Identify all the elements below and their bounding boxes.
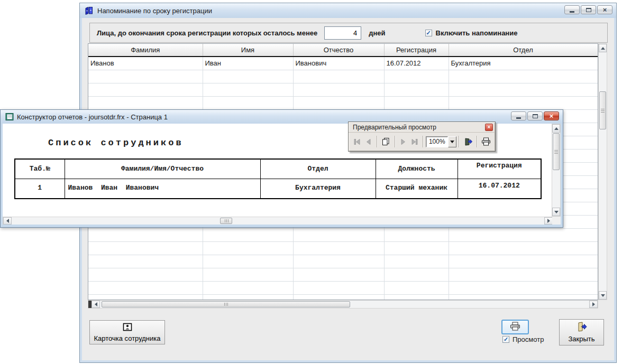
cell-department[interactable]: Бухгалтерия bbox=[449, 57, 598, 70]
empty-row bbox=[88, 281, 598, 294]
toolbar-separator bbox=[459, 136, 460, 147]
empty-row bbox=[88, 294, 598, 300]
vertical-scroll-thumb[interactable] bbox=[553, 133, 560, 170]
employee-card-label: Карточка сотрудника bbox=[94, 334, 160, 342]
scroll-left-button[interactable] bbox=[92, 301, 100, 308]
copy-pages-button[interactable] bbox=[380, 135, 392, 148]
minimize-button[interactable] bbox=[564, 5, 580, 14]
close-form-button[interactable]: Закрыть bbox=[559, 319, 604, 346]
next-page-button[interactable] bbox=[398, 135, 409, 148]
scroll-right-button[interactable] bbox=[544, 217, 553, 225]
scrollbar-corner bbox=[552, 217, 561, 225]
horizontal-scroll-thumb[interactable] bbox=[220, 218, 232, 224]
chevron-down-icon bbox=[450, 141, 454, 143]
report-horizontal-scrollbar[interactable] bbox=[3, 217, 553, 225]
close-icon: × bbox=[550, 113, 554, 119]
down-arrow-icon bbox=[554, 211, 559, 213]
scroll-up-button[interactable] bbox=[599, 44, 607, 52]
down-arrow-icon bbox=[601, 294, 605, 297]
close-icon: × bbox=[488, 125, 491, 130]
cell-registration[interactable]: 16.07.2012 bbox=[384, 57, 449, 70]
print-preview-button[interactable] bbox=[501, 320, 529, 334]
maximize-icon bbox=[533, 114, 538, 118]
report-cell-registration: 16.07.2012 bbox=[458, 179, 541, 199]
cell-middlename[interactable]: Иванович bbox=[293, 57, 384, 70]
report-close-button[interactable]: × bbox=[544, 111, 559, 120]
column-header-firstname[interactable]: Имя bbox=[203, 44, 293, 57]
report-col-fio: Фамилия/Имя/Отчество bbox=[65, 159, 260, 179]
close-button[interactable]: × bbox=[597, 5, 612, 14]
report-vertical-scrollbar[interactable] bbox=[552, 124, 561, 217]
reminder-enable-checkbox[interactable]: ✓ bbox=[425, 30, 432, 36]
zoom-combobox[interactable]: 100% bbox=[426, 136, 448, 147]
employee-card-button[interactable]: Карточка сотрудника bbox=[89, 320, 165, 344]
report-col-position: Должность bbox=[376, 159, 458, 179]
desktop: Напоминание по сроку регистрации × Лица,… bbox=[0, 0, 622, 364]
reminder-titlebar[interactable]: Напоминание по сроку регистрации × bbox=[80, 3, 616, 18]
left-arrow-icon bbox=[95, 302, 97, 306]
employee-row[interactable]: Иванов Иван Иванович 16.07.2012 Бухгалте… bbox=[88, 57, 598, 70]
empty-row bbox=[88, 241, 598, 255]
preview-toolbar-close-button[interactable]: × bbox=[485, 124, 493, 131]
preview-toolbar-title: Предварительный просмотр bbox=[353, 124, 436, 131]
minimize-icon bbox=[570, 11, 574, 13]
days-suffix-label: дней bbox=[369, 29, 385, 37]
previous-page-button[interactable] bbox=[363, 135, 374, 148]
print-button[interactable] bbox=[480, 135, 492, 148]
last-page-icon bbox=[411, 138, 418, 145]
report-data-row: 1 Иванов Иван Иванович Бухгалтерия Старш… bbox=[15, 179, 541, 199]
right-arrow-icon bbox=[547, 219, 550, 223]
column-header-lastname[interactable]: Фамилия bbox=[88, 44, 203, 57]
last-page-button[interactable] bbox=[409, 135, 420, 148]
check-icon: ✓ bbox=[504, 337, 508, 342]
close-preview-button[interactable] bbox=[462, 135, 474, 148]
report-cell-fio: Иванов Иван Иванович bbox=[65, 179, 260, 199]
report-col-tabno: Таб.№ bbox=[15, 159, 65, 179]
next-page-icon bbox=[400, 138, 407, 145]
report-minimize-button[interactable] bbox=[511, 111, 526, 120]
days-input[interactable] bbox=[324, 26, 361, 40]
reminder-enable-label: Включить напоминание bbox=[436, 29, 518, 37]
first-page-icon bbox=[353, 138, 361, 145]
zoom-dropdown-button[interactable] bbox=[448, 136, 456, 147]
empty-row bbox=[88, 70, 598, 83]
report-window-title: Конструктор отчетов - joursotdr.frx - Ст… bbox=[17, 113, 168, 121]
scroll-down-button[interactable] bbox=[599, 291, 607, 300]
vertical-scroll-thumb[interactable] bbox=[599, 91, 606, 129]
employees-horizontal-scrollbar[interactable] bbox=[88, 300, 598, 309]
employees-vertical-scrollbar[interactable] bbox=[598, 43, 607, 300]
scroll-right-button[interactable] bbox=[589, 301, 598, 308]
report-maximize-button[interactable] bbox=[527, 111, 543, 120]
filter-panel: Лица, до окончания срока регистрации кот… bbox=[89, 23, 608, 43]
scroll-left-button[interactable] bbox=[3, 217, 12, 225]
up-arrow-icon bbox=[554, 127, 559, 130]
left-arrow-icon bbox=[6, 219, 9, 223]
scroll-down-button[interactable] bbox=[552, 208, 560, 216]
up-arrow-icon bbox=[601, 47, 605, 50]
previous-page-icon bbox=[365, 138, 372, 145]
report-cell-position: Старший механик bbox=[376, 179, 458, 199]
empty-row bbox=[88, 228, 598, 241]
card-file-icon bbox=[85, 6, 94, 15]
toolbar-separator bbox=[377, 136, 378, 147]
column-header-middlename[interactable]: Отчество bbox=[293, 44, 384, 57]
cell-firstname[interactable]: Иван bbox=[203, 57, 293, 70]
horizontal-scroll-thumb[interactable] bbox=[102, 301, 350, 307]
person-card-icon bbox=[123, 323, 132, 333]
check-icon: ✓ bbox=[426, 30, 431, 36]
empty-row bbox=[88, 96, 598, 109]
scroll-up-button[interactable] bbox=[552, 124, 560, 133]
cell-lastname[interactable]: Иванов bbox=[88, 57, 203, 70]
first-page-button[interactable] bbox=[351, 135, 363, 148]
preview-checkbox[interactable]: ✓ bbox=[502, 336, 509, 343]
toolbar-separator bbox=[423, 136, 424, 147]
employees-header-row[interactable]: Фамилия Имя Отчество Регистрация Отдел bbox=[88, 44, 598, 57]
maximize-button[interactable] bbox=[581, 5, 596, 14]
report-header-row: Таб.№ Фамилия/Имя/Отчество Отдел Должнос… bbox=[15, 159, 541, 179]
column-header-department[interactable]: Отдел bbox=[449, 44, 598, 57]
column-header-registration[interactable]: Регистрация bbox=[384, 44, 449, 57]
exit-door-icon bbox=[464, 137, 473, 146]
minimize-icon bbox=[516, 117, 521, 119]
preview-toolbar-titlebar[interactable]: Предварительный просмотр × bbox=[349, 122, 495, 133]
report-heading: Список сотрудников bbox=[48, 138, 184, 148]
